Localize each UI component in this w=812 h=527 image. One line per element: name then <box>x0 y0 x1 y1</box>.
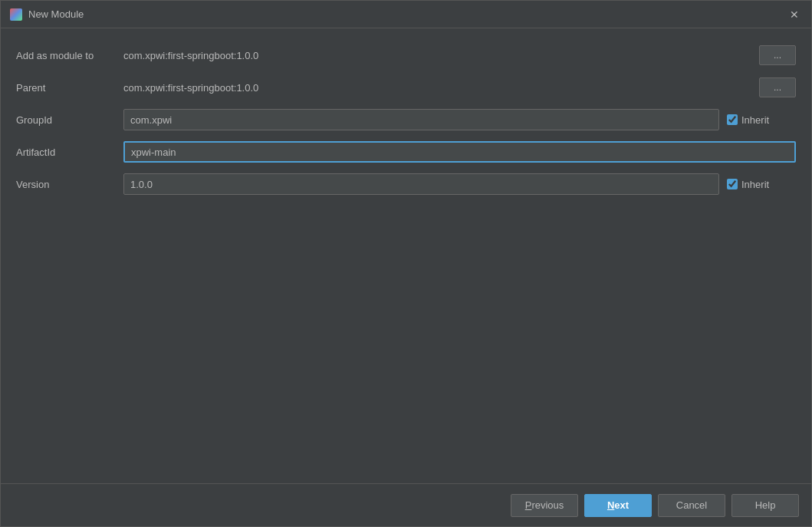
title-bar-left: New Module <box>10 8 84 21</box>
add-as-module-value: com.xpwi:first-springboot:1.0.0 <box>123 50 751 61</box>
group-id-input[interactable] <box>123 109 719 130</box>
dialog-title: New Module <box>28 8 84 20</box>
add-as-module-browse-button[interactable]: ... <box>759 45 796 65</box>
previous-button[interactable]: Previous <box>511 494 578 517</box>
parent-row: Parent com.xpwi:first-springboot:1.0.0 .… <box>16 76 796 99</box>
cancel-button[interactable]: Cancel <box>658 494 725 517</box>
version-inherit-label: Inherit <box>741 179 769 190</box>
close-button[interactable]: ✕ <box>787 7 802 22</box>
add-as-module-label: Add as module to <box>16 50 123 61</box>
parent-browse-button[interactable]: ... <box>759 77 796 97</box>
version-row: Version Inherit <box>16 173 796 196</box>
group-id-inherit-wrap: Inherit <box>727 114 796 126</box>
dialog-content: Add as module to com.xpwi:first-springbo… <box>1 28 811 483</box>
new-module-dialog: New Module ✕ Add as module to com.xpwi:f… <box>0 0 812 527</box>
parent-value: com.xpwi:first-springboot:1.0.0 <box>123 82 751 94</box>
dialog-footer: Previous Next Cancel Help <box>1 483 811 526</box>
previous-label: Previous <box>525 499 564 511</box>
title-bar: New Module ✕ <box>1 1 811 28</box>
add-as-module-row: Add as module to com.xpwi:first-springbo… <box>16 44 796 67</box>
version-label: Version <box>16 179 123 190</box>
help-button[interactable]: Help <box>731 494 799 517</box>
artifact-id-input[interactable] <box>123 141 796 163</box>
next-label: Next <box>607 499 629 511</box>
artifact-id-row: ArtifactId <box>16 140 796 163</box>
version-inherit-wrap: Inherit <box>727 179 796 190</box>
module-icon <box>10 8 22 21</box>
artifact-id-label: ArtifactId <box>16 147 123 158</box>
group-id-inherit-label: Inherit <box>741 114 769 126</box>
next-button[interactable]: Next <box>584 494 652 517</box>
group-id-row: GroupId Inherit <box>16 108 796 131</box>
group-id-inherit-checkbox[interactable] <box>727 114 738 125</box>
group-id-label: GroupId <box>16 114 123 126</box>
parent-label: Parent <box>16 82 123 94</box>
version-input[interactable] <box>123 173 719 195</box>
version-inherit-checkbox[interactable] <box>727 179 738 189</box>
